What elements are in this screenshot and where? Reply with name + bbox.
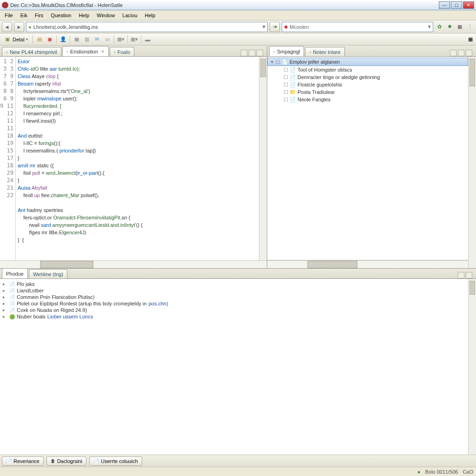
checkbox-icon[interactable]: ☐ bbox=[284, 89, 288, 95]
code-editor[interactable]: 1 2 3 3 7 9 6 7 8 8 6 9 9 11 12 11 11 18… bbox=[0, 57, 259, 260]
menu-help[interactable]: Help bbox=[142, 12, 159, 19]
menu-help[interactable]: Help bbox=[76, 12, 92, 19]
expand-icon[interactable]: ▸ bbox=[3, 301, 7, 306]
search-input[interactable]: ◆ Mcoolen ▾ bbox=[282, 22, 433, 32]
console-row-3[interactable]: ▸📄Plolet our Eipbtpst Ronlest (artup thi… bbox=[3, 300, 465, 307]
editor-tab-0[interactable]: ▫New PL44 chimpnivil bbox=[2, 47, 61, 56]
expand-icon[interactable]: ▸ bbox=[3, 308, 7, 312]
tool-icon-right[interactable]: ▦ bbox=[467, 36, 474, 43]
console-text: Plo jaks bbox=[17, 281, 35, 287]
tool-icon-5[interactable]: ▥ bbox=[83, 36, 91, 43]
tool-icon-8[interactable]: ▦▾ bbox=[117, 36, 125, 43]
side-hscrollbar[interactable] bbox=[267, 260, 468, 268]
expand-icon[interactable]: ▸ bbox=[3, 288, 7, 293]
side-corner-button[interactable] bbox=[450, 50, 456, 56]
tab-close-icon[interactable]: ✕ bbox=[101, 49, 105, 54]
menu-eik[interactable]: Eik bbox=[18, 12, 30, 19]
nav-back-button[interactable]: ◄ bbox=[2, 22, 12, 32]
editor-tab-1[interactable]: ▫Enstionstion✕ bbox=[62, 46, 109, 56]
console-link[interactable]: Liober ussem Loncs bbox=[47, 314, 93, 319]
close-button[interactable]: ✕ bbox=[463, 1, 474, 9]
console-row-5[interactable]: ▸🟢Niuber boals Liober ussem Loncs bbox=[3, 313, 465, 320]
tool-icon-6[interactable]: ✉ bbox=[93, 36, 101, 43]
tool-icon-2[interactable]: ▣ bbox=[46, 36, 53, 43]
expander-icon[interactable]: ▾ bbox=[270, 60, 274, 64]
console-row-4[interactable]: ▸📄Coxk on Nuada on Riged 24.9) bbox=[3, 307, 465, 313]
bottom-corner-button[interactable] bbox=[466, 272, 472, 278]
menu-question[interactable]: Question bbox=[48, 12, 74, 19]
bottom-corner-button[interactable] bbox=[458, 272, 464, 278]
bottom-button-0[interactable]: 📄Reveriance bbox=[2, 456, 44, 466]
checkbox-icon[interactable]: ☐ bbox=[284, 97, 288, 103]
tool-icon-7[interactable]: ▭ bbox=[104, 36, 111, 43]
button-icon: 🗑 bbox=[51, 458, 55, 463]
menu-laciou[interactable]: Laciou bbox=[119, 12, 140, 19]
tab-corner-button[interactable] bbox=[257, 50, 263, 56]
tab-corner-button[interactable] bbox=[249, 50, 255, 56]
console-row-0[interactable]: ▸📄Plo jaks bbox=[3, 281, 465, 287]
tool-icon-10[interactable]: ▬ bbox=[144, 36, 152, 43]
outline-tree[interactable]: ▾☐📄Emplov jeifer alglanen☐📄Tool of Homgs… bbox=[267, 57, 468, 260]
tree-item-icon: 📄 bbox=[290, 66, 296, 73]
console-icon: 📄 bbox=[9, 295, 15, 300]
checkbox-icon[interactable]: ☐ bbox=[284, 74, 288, 80]
addon-icon-2[interactable]: ✸ bbox=[445, 23, 454, 31]
tree-item-4[interactable]: ☐📁Posta Tradiulear bbox=[267, 88, 468, 96]
menu-firs[interactable]: Firs bbox=[32, 12, 46, 19]
side-corner-button[interactable] bbox=[466, 50, 472, 56]
expand-icon[interactable]: ▸ bbox=[3, 314, 7, 319]
go-button[interactable]: ➔ bbox=[270, 22, 280, 32]
tree-item-0[interactable]: ▾☐📄Emplov jeifer alglanen bbox=[267, 58, 468, 66]
nav-forward-button[interactable]: ► bbox=[14, 22, 24, 32]
console-panel[interactable]: ▸📄Plo jaks▸📄LiandLotber▸📄Commein Pnin Fl… bbox=[0, 279, 468, 455]
detail-button[interactable]: ▣ Detal ▾ bbox=[2, 35, 30, 44]
minimize-button[interactable]: — bbox=[439, 1, 450, 9]
tab-label: Wehline (tng) bbox=[33, 271, 63, 277]
tree-item-2[interactable]: ☐📄Demracter tinge or aledgle getinning bbox=[267, 73, 468, 81]
tree-item-5[interactable]: ☐📄Neole Fangles bbox=[267, 96, 468, 103]
menu-window[interactable]: Window bbox=[94, 12, 118, 19]
side-tab-0[interactable]: ▫Smpagngl bbox=[269, 46, 304, 56]
tree-item-3[interactable]: ☐📄Flostcle gupelolshis bbox=[267, 81, 468, 88]
bottom-tab-corner bbox=[458, 272, 474, 278]
bottom-tab-0[interactable]: Phodue bbox=[2, 268, 28, 278]
console-vscrollbar[interactable] bbox=[468, 279, 476, 455]
address-dropdown-icon[interactable]: ▾ bbox=[263, 24, 265, 30]
maximize-button[interactable]: ▢ bbox=[451, 1, 462, 9]
tree-item-icon: 📄 bbox=[290, 81, 296, 88]
checkbox-icon[interactable]: ☐ bbox=[276, 59, 280, 65]
tool-icon-4[interactable]: ▦ bbox=[73, 36, 80, 43]
address-input[interactable]: ● Lhnotiers|.oolk.Jeranitibg.ins ▾ bbox=[26, 22, 268, 32]
side-corner-button[interactable] bbox=[458, 50, 464, 56]
editor-tabbar: ▫New PL44 chimpnivil▫Enstionstion✕▫Foalo bbox=[0, 46, 267, 57]
tab-corner-button[interactable] bbox=[241, 50, 247, 56]
tool-icon-1[interactable]: ▤ bbox=[36, 36, 43, 43]
editor-tab-2[interactable]: ▫Foalo bbox=[110, 47, 134, 56]
console-icon: 📄 bbox=[9, 288, 15, 293]
checkbox-icon[interactable]: ☐ bbox=[284, 67, 288, 73]
bottom-button-1[interactable]: 🗑Daclogrsini bbox=[46, 456, 86, 466]
side-tab-1[interactable]: ▫Notev intare bbox=[305, 47, 344, 56]
addon-icon-1[interactable]: ✿ bbox=[435, 23, 443, 31]
bottom-button-2[interactable]: 📄Userrte coluuich bbox=[89, 456, 142, 466]
tool-icon-3[interactable]: 👤 bbox=[60, 36, 67, 43]
expand-icon[interactable]: ▸ bbox=[3, 282, 7, 286]
code-content[interactable]: Euior Chilc-idO litte aar tumtd.Io); Cle… bbox=[16, 57, 259, 260]
expand-icon[interactable]: ▸ bbox=[3, 295, 7, 299]
editor-vscrollbar[interactable] bbox=[259, 57, 267, 260]
side-vscrollbar[interactable] bbox=[468, 57, 476, 268]
button-icon: 📄 bbox=[6, 458, 12, 463]
tree-item-1[interactable]: ☐📄Tool of Homgster oblscs bbox=[267, 66, 468, 73]
addon-icon-3[interactable]: ▦ bbox=[456, 23, 464, 31]
menu-icon[interactable]: ⋮ bbox=[466, 23, 474, 31]
bottom-tab-1[interactable]: Wehline (tng) bbox=[29, 269, 67, 278]
editor-hscrollbar[interactable] bbox=[0, 260, 267, 268]
search-dropdown-icon[interactable]: ▾ bbox=[428, 24, 431, 30]
console-row-2[interactable]: ▸📄Commein Pnin Flanication Plutisc) bbox=[3, 294, 465, 300]
tool-icon-9[interactable]: ▦▾ bbox=[131, 36, 138, 43]
menu-file[interactable]: File bbox=[2, 12, 16, 19]
console-row-1[interactable]: ▸📄LiandLotber bbox=[3, 287, 465, 294]
console-link[interactable]: pos.chn) bbox=[148, 301, 168, 306]
tree-item-label: Emplov jeifer alglanen bbox=[290, 59, 340, 65]
checkbox-icon[interactable]: ☐ bbox=[284, 82, 288, 88]
